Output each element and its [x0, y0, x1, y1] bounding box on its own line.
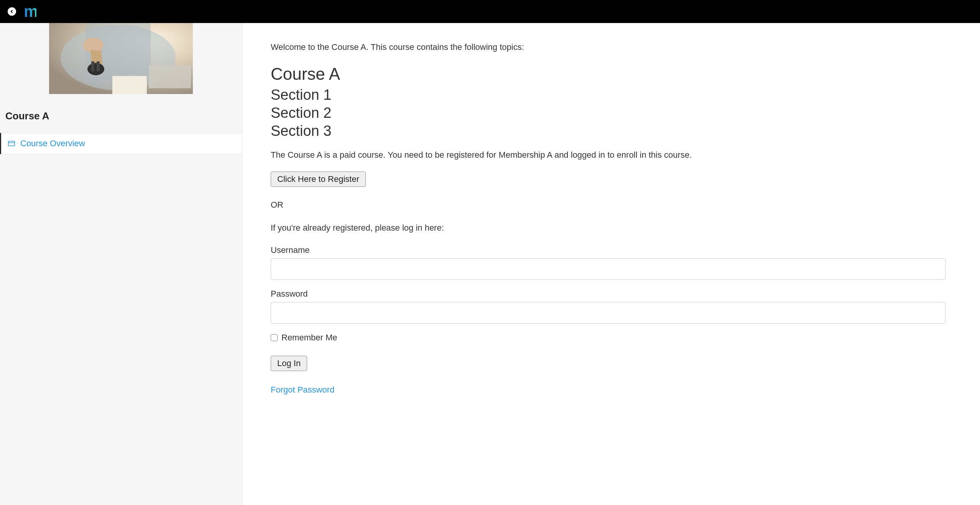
or-text: OR [271, 200, 952, 210]
svg-rect-6 [97, 61, 100, 71]
svg-rect-9 [8, 141, 15, 146]
section-heading-2: Section 2 [271, 105, 952, 121]
password-label: Password [271, 289, 952, 299]
username-label: Username [271, 245, 952, 255]
register-button[interactable]: Click Here to Register [271, 172, 366, 187]
sidebar-title: Course A [0, 106, 242, 133]
intro-text: Welcome to the Course A. This course con… [271, 42, 952, 52]
remember-checkbox[interactable] [271, 334, 278, 341]
layout: Course A Course Overview Welcome to the … [0, 23, 980, 505]
main-content: Welcome to the Course A. This course con… [242, 23, 980, 505]
topbar: m [0, 0, 980, 23]
remember-row: Remember Me [271, 333, 952, 343]
svg-rect-7 [149, 65, 191, 88]
svg-point-4 [87, 63, 104, 75]
section-heading-1: Section 1 [271, 87, 952, 103]
sidebar-item-overview[interactable]: Course Overview [0, 133, 242, 154]
paid-notice: The Course A is a paid course. You need … [271, 150, 952, 160]
course-heading: Course A [271, 64, 952, 84]
back-button[interactable] [8, 7, 16, 16]
svg-rect-5 [91, 61, 94, 71]
username-input[interactable] [271, 258, 945, 280]
course-image [49, 23, 193, 94]
logo: m [24, 3, 36, 20]
svg-rect-8 [112, 76, 147, 94]
forgot-password-link[interactable]: Forgot Password [271, 385, 334, 395]
login-button[interactable]: Log In [271, 356, 307, 371]
login-prompt: If you're already registered, please log… [271, 223, 952, 233]
sidebar: Course A Course Overview [0, 23, 242, 505]
password-input[interactable] [271, 302, 945, 323]
sidebar-item-label: Course Overview [20, 139, 85, 149]
overview-icon [8, 141, 15, 146]
section-heading-3: Section 3 [271, 123, 952, 139]
remember-label[interactable]: Remember Me [281, 333, 337, 343]
